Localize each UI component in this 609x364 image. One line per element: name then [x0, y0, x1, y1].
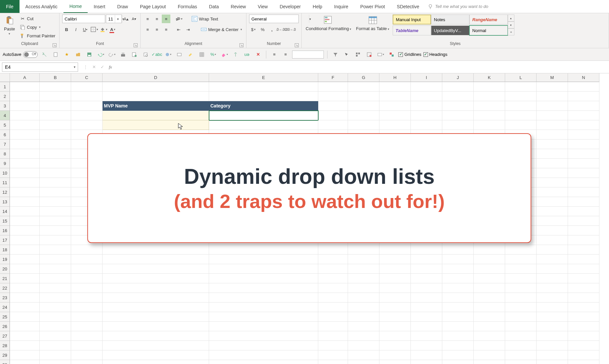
worksheet-grid[interactable]: ABCDEFGHIJKLMN 1234567891011121314151617… — [0, 73, 609, 364]
clipboard-dialog-launcher[interactable]: ↘ — [53, 43, 57, 47]
cell-G24[interactable] — [348, 303, 379, 312]
comma-format-button[interactable]: , — [268, 25, 276, 34]
qat-button-18[interactable] — [231, 50, 240, 59]
cell-C4[interactable] — [71, 111, 103, 120]
cell-E21[interactable] — [209, 274, 318, 283]
decrease-font-icon[interactable]: A▾ — [130, 15, 138, 22]
cell-N13[interactable] — [568, 197, 599, 207]
cell-H18[interactable] — [379, 245, 411, 255]
cell-K25[interactable] — [474, 312, 505, 322]
row-header-12[interactable]: 12 — [0, 187, 10, 197]
cell-F22[interactable] — [318, 283, 348, 293]
cell-N28[interactable] — [568, 341, 599, 350]
cell-F1[interactable] — [318, 82, 348, 92]
cell-N12[interactable] — [568, 187, 599, 197]
style-gallery-scroll[interactable]: ▴▾≡ — [508, 15, 514, 35]
cell-L19[interactable] — [505, 255, 537, 264]
decrease-decimal-button[interactable]: .00→.0 — [286, 25, 295, 34]
col-header-E[interactable]: E — [209, 73, 318, 82]
cell-B1[interactable] — [40, 82, 71, 92]
cell-J1[interactable] — [442, 82, 474, 92]
cell-D28[interactable] — [103, 341, 209, 350]
cell-C27[interactable] — [71, 331, 103, 341]
increase-indent-button[interactable]: ⇥ — [184, 25, 192, 34]
cell-N2[interactable] — [568, 92, 599, 101]
cell-B16[interactable] — [40, 226, 71, 235]
cell-M22[interactable] — [537, 283, 568, 293]
tab-formulas[interactable]: Formulas — [172, 0, 203, 13]
row-header-2[interactable]: 2 — [0, 92, 10, 101]
format-as-table-button[interactable]: Format as Table ▾ — [355, 15, 390, 32]
percent-format-button[interactable]: % — [258, 25, 267, 34]
row-header-11[interactable]: 11 — [0, 178, 10, 187]
cell-I26[interactable] — [411, 322, 442, 331]
cell-B7[interactable] — [40, 140, 71, 149]
cell-L24[interactable] — [505, 303, 537, 312]
cell-A10[interactable] — [10, 168, 40, 178]
cell-N6[interactable] — [568, 130, 599, 140]
cell-H26[interactable] — [379, 322, 411, 331]
row-header-10[interactable]: 10 — [0, 168, 10, 178]
cell-K20[interactable] — [474, 264, 505, 274]
col-header-G[interactable]: G — [348, 73, 379, 82]
style-table-name[interactable]: TableName — [393, 25, 431, 35]
cell-L20[interactable] — [505, 264, 537, 274]
font-size-combo[interactable]: ▾ — [106, 15, 122, 23]
cell-A19[interactable] — [10, 255, 40, 264]
cell-F5[interactable] — [318, 120, 348, 130]
gridlines-checkbox[interactable]: ✓Gridlines — [398, 52, 421, 57]
cell-B27[interactable] — [40, 331, 71, 341]
cell-B12[interactable] — [40, 187, 71, 197]
orientation-button[interactable]: ab — [174, 15, 183, 23]
row-header-30[interactable]: 30 — [0, 360, 10, 364]
font-name-combo[interactable]: ▾ — [62, 15, 105, 23]
cell-J29[interactable] — [442, 350, 474, 360]
col-header-F[interactable]: F — [318, 73, 348, 82]
style-notes[interactable]: Notes — [431, 15, 469, 24]
cell-N11[interactable] — [568, 178, 599, 187]
cell-I21[interactable] — [411, 274, 442, 283]
cell-C29[interactable] — [71, 350, 103, 360]
italic-button[interactable]: I — [71, 25, 80, 34]
col-header-K[interactable]: K — [474, 73, 505, 82]
cell-N16[interactable] — [568, 226, 599, 235]
tab-review[interactable]: Review — [225, 0, 252, 13]
cell-H2[interactable] — [379, 92, 411, 101]
cell-K29[interactable] — [474, 350, 505, 360]
cell-E3[interactable]: Category — [209, 101, 318, 111]
cell-F20[interactable] — [318, 264, 348, 274]
cell-M10[interactable] — [537, 168, 568, 178]
cell-N8[interactable] — [568, 149, 599, 159]
col-header-N[interactable]: N — [568, 73, 599, 82]
fill-color-button[interactable] — [99, 25, 108, 34]
col-header-H[interactable]: H — [379, 73, 411, 82]
cell-B14[interactable] — [40, 207, 71, 216]
cell-G2[interactable] — [348, 92, 379, 101]
cell-G1[interactable] — [348, 82, 379, 92]
filter-button[interactable] — [331, 50, 340, 59]
cell-E18[interactable] — [209, 245, 318, 255]
cell-N22[interactable] — [568, 283, 599, 293]
cell-E29[interactable] — [209, 350, 318, 360]
cell-H3[interactable] — [379, 101, 411, 111]
qat-button-1[interactable] — [40, 50, 49, 59]
cell-G5[interactable] — [348, 120, 379, 130]
cell-C23[interactable] — [71, 293, 103, 303]
qat-button-8[interactable] — [118, 50, 128, 59]
cell-A4[interactable] — [10, 111, 40, 120]
cell-A24[interactable] — [10, 303, 40, 312]
cell-J21[interactable] — [442, 274, 474, 283]
cell-B11[interactable] — [40, 178, 71, 187]
cell-N17[interactable] — [568, 235, 599, 245]
align-right-button[interactable]: ≡ — [162, 25, 170, 34]
increase-font-icon[interactable]: A▴ — [122, 15, 130, 22]
cell-I24[interactable] — [411, 303, 442, 312]
row-header-7[interactable]: 7 — [0, 140, 10, 149]
borders-button[interactable] — [90, 25, 99, 34]
style-updated-by-vba[interactable]: UpdatedByV... — [431, 25, 469, 35]
font-dialog-launcher[interactable]: ↘ — [134, 43, 138, 47]
cell-F30[interactable] — [318, 360, 348, 364]
cell-B22[interactable] — [40, 283, 71, 293]
cell-M11[interactable] — [537, 178, 568, 187]
cell-J22[interactable] — [442, 283, 474, 293]
